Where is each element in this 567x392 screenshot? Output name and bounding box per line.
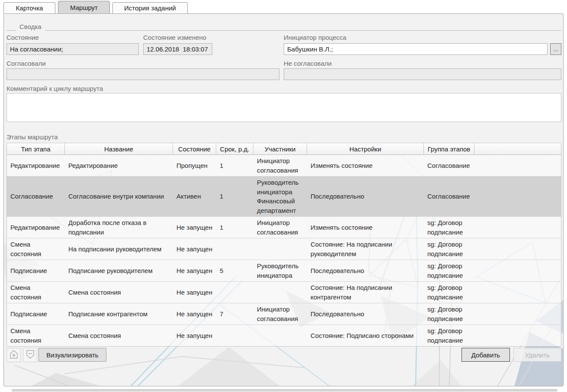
stage-cell-name: Смена состояния bbox=[65, 325, 173, 346]
column-header-group[interactable]: Группа этапов bbox=[424, 143, 474, 155]
not-approved-label: Не согласовали bbox=[284, 60, 332, 67]
stage-cell-state: Не запущен bbox=[173, 238, 216, 260]
stage-cell-filler bbox=[474, 155, 561, 177]
initiator-browse-button[interactable]: ... bbox=[550, 43, 561, 55]
column-header-state[interactable]: Состояние bbox=[173, 143, 216, 155]
groupbox-line bbox=[6, 30, 16, 31]
state-changed-label: Состояние изменено bbox=[143, 34, 206, 41]
approved-label: Согласовали bbox=[6, 60, 46, 67]
tab-bar: КарточкаМаршрутИстория заданий bbox=[3, 1, 188, 13]
stage-cell-state: Не запущен bbox=[173, 303, 216, 325]
move-stage-up-button[interactable] bbox=[6, 348, 21, 362]
add-stage-button[interactable]: Добавить bbox=[461, 348, 510, 362]
column-header-term[interactable]: Срок, р.д. bbox=[216, 143, 253, 155]
column-header-type[interactable]: Тип этапа bbox=[7, 143, 65, 155]
stage-cell-participants: Инициатор согласования bbox=[253, 155, 307, 177]
stage-row[interactable]: ПодписаниеПодписание контрагентомНе запу… bbox=[7, 303, 561, 325]
state-input[interactable] bbox=[6, 43, 139, 55]
stage-row[interactable]: Смена состоянияСмена состоянияНе запущен… bbox=[7, 282, 561, 303]
stage-cell-type: Смена состояния bbox=[7, 238, 65, 260]
stage-cell-term: 1 bbox=[216, 217, 253, 238]
stage-cell-participants: Инициатор согласования bbox=[253, 303, 307, 325]
column-header-participants[interactable]: Участники bbox=[253, 143, 307, 155]
stage-cell-settings: Состояние: На подписании контрагентом bbox=[307, 282, 424, 303]
visualize-button[interactable]: Визуализировать bbox=[38, 348, 106, 362]
move-stage-down-button[interactable] bbox=[23, 348, 37, 362]
stage-cell-term: 5 bbox=[216, 260, 253, 282]
stage-cell-state: Не запущен bbox=[173, 282, 216, 303]
stages-table-header: Тип этапаНазваниеСостояниеСрок, р.д.Учас… bbox=[7, 143, 561, 155]
stage-cell-name: Смена состояния bbox=[65, 282, 173, 303]
not-approved-input[interactable] bbox=[284, 68, 561, 80]
stage-cell-participants bbox=[253, 282, 307, 303]
tab-route[interactable]: Маршрут bbox=[58, 1, 110, 13]
stage-cell-participants: Руководитель инициатора bbox=[253, 260, 307, 282]
stages-table: Тип этапаНазваниеСостояниеСрок, р.д.Учас… bbox=[6, 143, 561, 347]
stage-row[interactable]: ПодписаниеПодписание руководителемНе зап… bbox=[7, 260, 561, 282]
groupbox-line bbox=[45, 30, 561, 31]
approved-input[interactable] bbox=[6, 68, 279, 80]
stage-cell-filler bbox=[474, 282, 561, 303]
initiator-label: Инициатор процесса bbox=[284, 34, 346, 41]
stage-cell-name: Согласование внутри компании bbox=[65, 177, 173, 217]
stage-cell-state: Пропущен bbox=[173, 155, 216, 177]
stage-cell-filler bbox=[474, 325, 561, 346]
tab-task-history[interactable]: История заданий bbox=[112, 2, 188, 13]
route-panel: Сводка Состояние Состояние изменено Иниц… bbox=[3, 13, 564, 386]
stage-cell-state: Не запущен bbox=[173, 325, 216, 346]
summary-groupbox-border: Сводка bbox=[6, 27, 561, 34]
stage-cell-group: sg: Договор подписание bbox=[424, 325, 474, 346]
stage-cell-filler bbox=[474, 217, 561, 238]
stage-cell-state: Не запущен bbox=[173, 260, 216, 282]
stage-cell-settings: Состояние: Подписано сторонами bbox=[307, 325, 424, 346]
stage-cell-participants bbox=[253, 325, 307, 346]
stage-cell-state: Активен bbox=[173, 177, 216, 217]
stage-cell-term bbox=[216, 238, 253, 260]
stage-cell-name: Подписание руководителем bbox=[65, 260, 173, 282]
stage-cell-filler bbox=[474, 238, 561, 260]
pentagon-down-minus-icon bbox=[26, 350, 35, 360]
stage-cell-type: Подписание bbox=[7, 260, 65, 282]
stage-cell-group: sg: Договор подписание bbox=[424, 238, 474, 260]
stage-cell-type: Смена состояния bbox=[7, 282, 65, 303]
stage-row[interactable]: Смена состоянияНа подписании руководител… bbox=[7, 238, 561, 260]
stage-cell-term: 1 bbox=[216, 155, 253, 177]
stage-cell-participants bbox=[253, 238, 307, 260]
stage-cell-type: Редактирование bbox=[7, 155, 65, 177]
tab-card[interactable]: Карточка bbox=[3, 2, 55, 13]
stage-cell-term: 7 bbox=[216, 303, 253, 325]
stage-cell-settings: Изменять состояние bbox=[307, 217, 424, 238]
stage-cell-name: Редактирование bbox=[65, 155, 173, 177]
stage-cell-group: sg: Договор подписание bbox=[424, 303, 474, 325]
column-header-name[interactable]: Название bbox=[65, 143, 173, 155]
stage-cell-name: На подписании руководителем bbox=[65, 238, 173, 260]
stage-cell-settings: Последовательно bbox=[307, 303, 424, 325]
stage-cell-group: Согласование bbox=[424, 155, 474, 177]
stages-table-body: РедактированиеРедактированиеПропущен1Ини… bbox=[7, 155, 561, 346]
column-header-filler[interactable] bbox=[474, 143, 561, 155]
pentagon-up-plus-icon bbox=[9, 350, 19, 360]
state-changed-input[interactable] bbox=[143, 43, 212, 55]
stage-row[interactable]: РедактированиеРедактированиеПропущен1Ини… bbox=[7, 155, 561, 177]
stages-label: Этапы маршрута bbox=[6, 133, 58, 141]
application-window: КарточкаМаршрутИстория заданий bbox=[0, 0, 567, 392]
stage-cell-participants: Руководитель инициатора Финансовый депар… bbox=[253, 177, 307, 217]
initiator-input[interactable] bbox=[284, 43, 548, 55]
stage-cell-group: sg: Договор подписание bbox=[424, 217, 474, 238]
stage-cell-group: sg: Договор подписание bbox=[424, 282, 474, 303]
comment-textarea[interactable] bbox=[6, 93, 561, 122]
state-label: Состояние bbox=[6, 34, 39, 41]
stage-cell-settings: Последовательно bbox=[307, 260, 424, 282]
window-bottom-strip bbox=[12, 389, 557, 392]
stage-row[interactable]: РедактированиеДоработка после отказа в п… bbox=[7, 217, 561, 238]
stage-cell-name: Доработка после отказа в подписании bbox=[65, 217, 173, 238]
stage-row[interactable]: СогласованиеСогласование внутри компании… bbox=[7, 177, 561, 217]
stage-cell-group: sg: Договор подписание bbox=[424, 260, 474, 282]
stage-cell-settings: Последовательно bbox=[307, 177, 424, 217]
stage-row[interactable]: Смена состоянияСмена состоянияНе запущен… bbox=[7, 325, 561, 346]
stage-cell-term bbox=[216, 282, 253, 303]
stage-cell-filler bbox=[474, 260, 561, 282]
summary-legend: Сводка bbox=[16, 23, 45, 30]
column-header-settings[interactable]: Настройки bbox=[307, 143, 424, 155]
delete-stage-button[interactable]: Удалить bbox=[513, 348, 561, 362]
